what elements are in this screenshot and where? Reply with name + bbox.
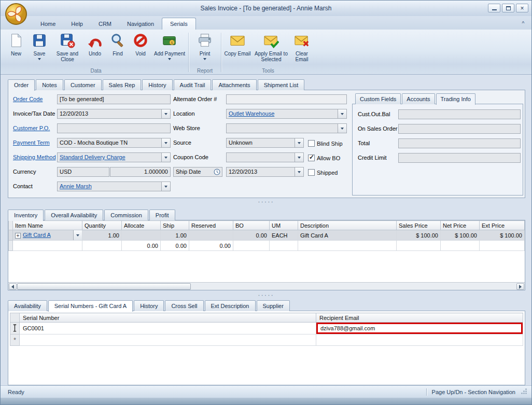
serial-number-cell[interactable]: GC0001 (20, 323, 316, 334)
source-combo[interactable]: Unknown (226, 138, 304, 148)
chevron-down-icon[interactable] (161, 109, 170, 118)
um-cell[interactable] (270, 241, 298, 251)
ext-price-cell[interactable] (480, 241, 525, 251)
recipient-email-cell[interactable] (316, 334, 523, 346)
item-name-cell[interactable] (13, 241, 82, 251)
ribbon-tab-navigation[interactable]: Navigation (119, 18, 162, 30)
quantity-cell[interactable]: 1.00 (82, 230, 122, 241)
col-bo[interactable]: BO (233, 221, 270, 230)
close-button[interactable]: × (516, 4, 528, 12)
void-button[interactable]: Void (129, 31, 152, 67)
scroll-right-icon[interactable] (516, 283, 524, 290)
web-store-combo[interactable] (226, 123, 347, 133)
checkbox-icon[interactable] (308, 169, 315, 176)
col-ship[interactable]: Ship (161, 221, 189, 230)
bo-cell[interactable]: 0.00 (233, 230, 270, 241)
ship-date-type-button[interactable]: Ship Date (173, 167, 222, 177)
row-edit-indicator[interactable] (10, 323, 20, 334)
chevron-down-icon[interactable] (338, 124, 346, 133)
title-bar[interactable]: Sales Invoice - [To be generated] - Anni… (1, 1, 531, 16)
tab-audit-trail[interactable]: Audit Trail (174, 79, 212, 90)
col-um[interactable]: UM (270, 221, 298, 230)
col-item-name[interactable]: Item Name (13, 221, 82, 230)
shipping-method-link[interactable]: Shipping Method (13, 152, 56, 162)
chevron-down-icon[interactable] (295, 167, 303, 176)
tab-supplier[interactable]: Supplier (257, 300, 290, 311)
invoice-tax-date-combo[interactable]: 12/20/2013 (57, 109, 171, 119)
col-allocate[interactable]: Allocate (122, 221, 161, 230)
location-combo[interactable]: Outlet Warehouse (226, 109, 347, 119)
tab-notes[interactable]: Notes (36, 79, 63, 90)
tab-cross-sell[interactable]: Cross Sell (165, 300, 203, 311)
scrollbar-thumb[interactable] (17, 283, 191, 290)
new-button[interactable]: New (5, 31, 27, 67)
tab-history[interactable]: History (142, 79, 172, 90)
shipping-method-combo[interactable]: Standard Delivery Charge (57, 152, 171, 162)
apply-email-to-selected-button[interactable]: Apply Email to Selected (253, 31, 290, 67)
col-description[interactable]: Description (298, 221, 397, 230)
tab-commission[interactable]: Commission (104, 210, 148, 220)
col-net-price[interactable]: Net Price (441, 221, 480, 230)
sales-price-cell[interactable]: $ 100.00 (397, 230, 441, 241)
scroll-left-icon[interactable] (9, 283, 17, 290)
add-payment-dropdown-icon[interactable] (168, 58, 171, 62)
chevron-down-icon[interactable] (295, 153, 303, 162)
quantity-cell[interactable] (82, 241, 122, 251)
ribbon-tab-help[interactable]: Help (63, 18, 91, 30)
tab-inventory[interactable]: Inventory (8, 210, 44, 221)
chevron-down-icon[interactable] (73, 230, 82, 240)
um-cell[interactable]: EACH (270, 230, 298, 241)
add-payment-button[interactable]: $ Add Payment (152, 31, 187, 67)
col-reserved[interactable]: Reserved (189, 221, 233, 230)
expand-icon[interactable]: + (15, 233, 21, 239)
print-button[interactable]: Print (190, 31, 220, 67)
allocate-cell[interactable]: 0.00 (122, 241, 161, 251)
description-cell[interactable]: Gift Card A (298, 230, 397, 241)
tab-shipment-list[interactable]: Shipment List (258, 79, 305, 90)
tab-serial-numbers[interactable]: Serial Numbers - Gift Card A (48, 300, 133, 312)
maximize-button[interactable] (502, 4, 514, 12)
section-splitter[interactable]: ····· (1, 293, 531, 298)
credit-limit-field[interactable] (398, 153, 521, 163)
collapse-ribbon-icon[interactable]: ^ (519, 20, 527, 27)
total-field[interactable] (398, 138, 521, 148)
copy-email-button[interactable]: Copy Email (222, 31, 253, 67)
recipient-email-cell[interactable]: dziva788@gmail.com (316, 323, 523, 334)
reserved-cell[interactable]: 0.00 (189, 241, 233, 251)
minimize-button[interactable] (488, 4, 500, 12)
allocate-cell[interactable] (122, 230, 161, 241)
tab-trading-info[interactable]: Trading Info (436, 93, 475, 105)
item-name-cell[interactable]: +Gift Card A (13, 230, 82, 241)
customer-po-link[interactable]: Customer P.O. (13, 123, 50, 133)
tab-availability[interactable]: Availability (8, 300, 47, 311)
ship-cell[interactable]: 0.00 (161, 241, 189, 251)
shipped-checkbox[interactable]: Shipped (308, 169, 338, 176)
find-button[interactable]: Find (106, 31, 129, 67)
sales-price-cell[interactable] (397, 241, 441, 251)
clock-icon[interactable] (214, 169, 220, 177)
checkbox-icon[interactable] (308, 140, 315, 147)
clear-email-button[interactable]: Clear Email (290, 31, 314, 67)
cust-out-bal-field[interactable] (398, 109, 521, 119)
tab-attachments[interactable]: Attachments (212, 79, 256, 90)
ship-cell[interactable]: 1.00 (161, 230, 189, 241)
tab-overall-availability[interactable]: Overall Availability (45, 210, 103, 220)
checkbox-checked-icon[interactable] (308, 155, 315, 161)
tab-ext-description[interactable]: Ext Description (205, 300, 256, 311)
tab-custom-fields[interactable]: Custom Fields (355, 93, 401, 104)
ribbon-tab-serials[interactable]: Serials (162, 18, 196, 30)
section-splitter[interactable]: ····· (1, 200, 531, 204)
order-code-link[interactable]: Order Code (13, 94, 43, 104)
chevron-down-icon[interactable] (161, 182, 170, 191)
serial-number-cell[interactable] (20, 334, 316, 346)
bo-cell[interactable] (233, 241, 270, 251)
coupon-code-combo[interactable] (226, 152, 304, 162)
col-recipient-email[interactable]: Recipient Email (316, 313, 523, 323)
ship-date-combo[interactable]: 12/20/2013 (226, 167, 304, 177)
tab-customer[interactable]: Customer (64, 79, 102, 90)
chevron-down-icon[interactable] (295, 138, 303, 147)
row-selector[interactable] (9, 230, 13, 241)
order-code-field[interactable]: [To be generated] (57, 94, 171, 104)
undo-button[interactable]: Undo (83, 31, 106, 67)
blind-ship-checkbox[interactable]: Blind Ship (308, 139, 343, 147)
